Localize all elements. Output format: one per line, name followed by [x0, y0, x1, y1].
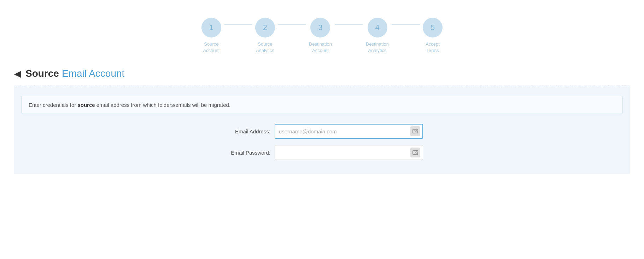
svg-point-1: [416, 131, 417, 132]
email-password-icon[interactable]: [410, 148, 420, 157]
svg-rect-8: [414, 152, 415, 154]
step-connector-2: [278, 18, 306, 25]
email-password-input[interactable]: [275, 145, 423, 160]
step-5-label: Accept Terms: [426, 41, 440, 54]
step-4-circle[interactable]: 4: [368, 18, 387, 38]
connector-line-3: [335, 24, 363, 25]
step-connector-4: [392, 18, 420, 25]
form-fields: Email Address: Ema: [21, 124, 623, 160]
step-3-circle[interactable]: 3: [310, 18, 330, 38]
step-1: 1 Source Account: [201, 18, 221, 54]
connector-line-4: [392, 24, 420, 25]
email-address-label: Email Address:: [221, 128, 270, 134]
step-4-label: Destination Analytics: [366, 41, 389, 54]
connector-line-2: [278, 24, 306, 25]
step-3-label: Destination Account: [309, 41, 332, 54]
email-password-input-wrapper: [275, 145, 423, 160]
email-address-input[interactable]: [275, 124, 423, 139]
email-password-row: Email Password:: [221, 145, 423, 160]
info-prefix: Enter credentials for: [29, 102, 77, 108]
step-1-label: Source Account: [203, 41, 219, 54]
email-address-row: Email Address:: [221, 124, 423, 139]
page-title-source: Source: [25, 68, 59, 79]
email-password-label: Email Password:: [221, 150, 270, 156]
page-title-rest: Email Account: [62, 68, 124, 79]
step-5-circle[interactable]: 5: [423, 18, 443, 38]
svg-point-6: [416, 152, 417, 154]
step-1-circle[interactable]: 1: [201, 18, 221, 38]
page-wrapper: 1 Source Account 2 Source Analytics 3 De…: [0, 0, 644, 259]
step-2: 2 Source Analytics: [255, 18, 275, 54]
step-connector-1: [224, 18, 252, 25]
stepper: 1 Source Account 2 Source Analytics 3 De…: [14, 11, 630, 64]
step-2-circle[interactable]: 2: [255, 18, 275, 38]
step-5: 5 Accept Terms: [423, 18, 443, 54]
info-suffix: email address from which folders/emails …: [95, 102, 230, 108]
form-section: Enter credentials for source email addre…: [14, 85, 630, 174]
email-address-input-wrapper: [275, 124, 423, 139]
email-address-icon[interactable]: [410, 126, 420, 136]
title-arrow-icon: ◀: [14, 68, 21, 79]
step-4: 4 Destination Analytics: [366, 18, 389, 54]
connector-line-1: [224, 24, 252, 25]
step-3: 3 Destination Account: [309, 18, 332, 54]
page-title-section: ◀ Source Email Account: [14, 64, 630, 85]
info-bold: source: [77, 102, 95, 108]
step-connector-3: [335, 18, 363, 25]
step-2-label: Source Analytics: [256, 41, 274, 54]
info-box: Enter credentials for source email addre…: [21, 96, 623, 114]
svg-rect-3: [414, 131, 415, 132]
